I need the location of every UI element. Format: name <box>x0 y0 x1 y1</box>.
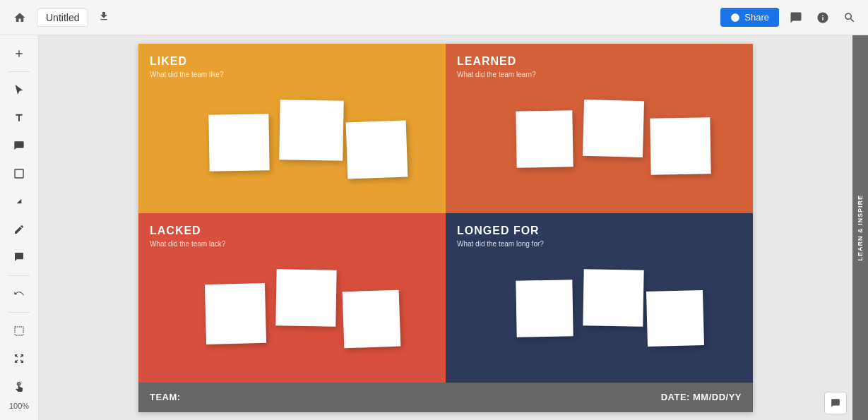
team-label: TEAM: <box>150 392 181 402</box>
lacked-title: LACKED <box>150 224 434 237</box>
sticky-note[interactable] <box>208 114 269 171</box>
sticky-note[interactable] <box>346 120 408 179</box>
learned-stickies <box>446 86 753 199</box>
share-label: Share <box>744 12 769 23</box>
liked-subtitle: What did the team like? <box>150 71 434 78</box>
select-tool-button[interactable] <box>6 78 32 102</box>
right-panel-label: LEARN & INSPIRE <box>857 195 864 261</box>
liked-stickies <box>138 86 446 199</box>
sticky-note[interactable] <box>650 117 711 174</box>
sticky-note[interactable] <box>583 269 643 326</box>
board-grid: LIKED What did the team like? LEARNED Wh… <box>138 44 753 383</box>
topbar-left: Untitled <box>8 6 114 29</box>
lacked-stickies <box>138 256 446 368</box>
toolbar-separator-3 <box>8 312 30 313</box>
home-button[interactable] <box>8 6 31 29</box>
chat-icon[interactable] <box>786 8 806 28</box>
bottom-comment-area <box>824 392 847 414</box>
toolbar-separator-2 <box>8 275 30 276</box>
main-area: 100% LIKED What did the team like? <box>0 35 868 420</box>
share-button[interactable]: Share <box>720 8 779 27</box>
topbar-right: Share <box>720 8 860 28</box>
canvas-area[interactable]: LIKED What did the team like? LEARNED Wh… <box>39 35 852 420</box>
quadrant-longed[interactable]: LONGED FOR What did the team long for? <box>446 213 753 383</box>
expand-button[interactable] <box>6 346 32 371</box>
frame-button[interactable] <box>6 318 32 343</box>
sticky-note[interactable] <box>343 289 401 348</box>
sticky-note[interactable] <box>205 282 266 344</box>
arrow-tool-button[interactable] <box>6 189 32 214</box>
svg-rect-0 <box>15 169 23 178</box>
date-label: DATE: MM/DD/YY <box>661 392 742 402</box>
liked-title: LIKED <box>150 55 434 68</box>
add-tool-button[interactable] <box>6 41 32 66</box>
toolbar-separator-1 <box>8 71 30 72</box>
longed-title: LONGED FOR <box>457 224 742 237</box>
comment-tool-button[interactable] <box>6 244 32 269</box>
search-icon[interactable] <box>840 8 860 28</box>
sticky-note[interactable] <box>279 100 343 161</box>
right-panel[interactable]: LEARN & INSPIRE <box>852 35 868 420</box>
learned-title: LEARNED <box>457 55 742 68</box>
pen-tool-button[interactable] <box>6 217 32 241</box>
upload-button[interactable] <box>94 8 114 28</box>
sticky-note[interactable] <box>583 99 644 157</box>
hand-tool-button[interactable] <box>6 374 32 399</box>
quadrant-liked[interactable]: LIKED What did the team like? <box>138 44 446 213</box>
document-title[interactable]: Untitled <box>37 8 88 27</box>
sticky-note[interactable] <box>516 110 573 167</box>
sticky-note[interactable] <box>516 280 573 337</box>
comment-button[interactable] <box>824 392 847 414</box>
sticky-note[interactable] <box>275 269 336 326</box>
text-tool-button[interactable] <box>6 106 32 131</box>
zoom-level: 100% <box>9 402 29 414</box>
shape-tool-button[interactable] <box>6 161 32 186</box>
info-icon[interactable] <box>813 8 833 28</box>
quadrant-learned[interactable]: LEARNED What did the team learn? <box>446 44 753 213</box>
left-toolbar: 100% <box>0 35 39 420</box>
svg-rect-1 <box>15 327 23 335</box>
sticky-tool-button[interactable] <box>6 133 32 158</box>
learned-subtitle: What did the team learn? <box>457 71 742 78</box>
lacked-subtitle: What did the team lack? <box>150 240 434 248</box>
board: LIKED What did the team like? LEARNED Wh… <box>138 44 753 412</box>
sticky-note[interactable] <box>646 289 704 346</box>
undo-button[interactable] <box>6 282 32 306</box>
board-footer: TEAM: DATE: MM/DD/YY <box>138 383 753 412</box>
longed-stickies <box>446 256 753 368</box>
quadrant-lacked[interactable]: LACKED What did the team lack? <box>138 213 446 383</box>
longed-subtitle: What did the team long for? <box>457 240 742 248</box>
topbar: Untitled Share <box>0 0 868 35</box>
